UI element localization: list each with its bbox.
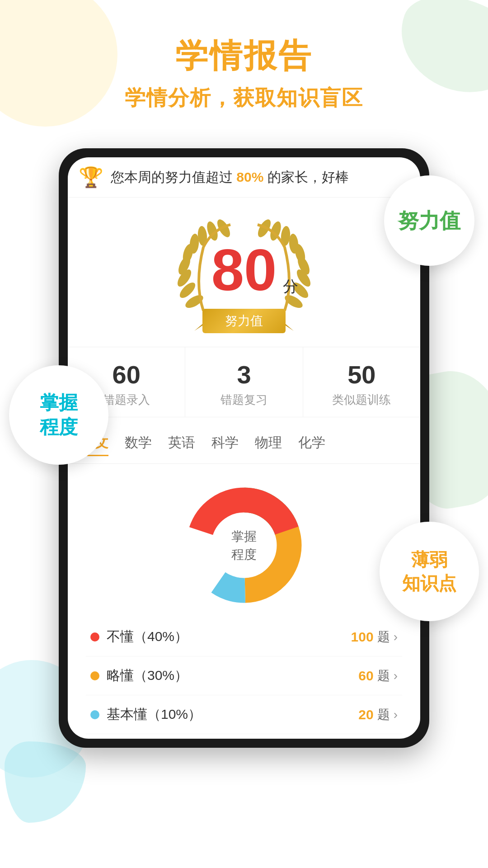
trophy-banner: 🏆 您本周的努力值超过 80% 的家长，好棒 [68,157,420,198]
donut-center-label: 掌握程度 [231,528,257,563]
subject-tab-5[interactable]: 化学 [298,434,325,456]
subject-tab-1[interactable]: 数学 [125,434,152,456]
score-unit: 分 [283,276,298,297]
legend-arrow-1: › [394,669,398,683]
legend-unit-2: 题 [377,706,390,723]
stat-label-0: 错题录入 [103,392,150,408]
badge-weak-knowledge: 薄弱知识点 [380,522,479,621]
badge-effort: 努力值 [384,175,474,266]
header: 学情报告 学情分析，获取知识盲区 [0,0,488,121]
subject-tabs[interactable]: 语文数学英语科学物理化学 [68,426,420,464]
subject-tab-2[interactable]: 英语 [168,434,195,456]
legend-item-1[interactable]: 略懂（30%） 60 题 › [86,656,402,695]
legend-count-2: 20 [358,707,373,722]
trophy-highlight: 80% [236,170,263,184]
page-subtitle: 学情分析，获取知识盲区 [0,84,488,112]
legend-right-1: 60 题 › [358,667,398,684]
legend-left-1: 略懂（30%） [90,666,188,685]
legend-list: 不懂（40%） 100 题 › 略懂（30%） 60 题 › 基本懂（10%） … [77,618,411,734]
stat-item-2: 50 类似题训练 [303,347,420,417]
legend-arrow-0: › [394,630,398,644]
page-title: 学情报告 [0,36,488,75]
bg-decoration-bottomleft2 [5,741,86,823]
legend-label-2: 基本懂（10%） [107,705,202,724]
legend-dot-1 [90,671,99,680]
legend-label-0: 不懂（40%） [107,627,188,646]
chart-section: 掌握程度 不懂（40%） 100 题 › 略懂（30%） 60 题 › 基本懂（… [68,464,420,739]
score-section: 80 分 努力值 [68,198,420,347]
donut-chart: 掌握程度 [176,477,312,613]
phone-screen: 🏆 您本周的努力值超过 80% 的家长，好棒 [68,157,420,739]
legend-left-2: 基本懂（10%） [90,705,202,724]
legend-count-1: 60 [358,668,373,684]
subject-tab-3[interactable]: 科学 [211,434,239,456]
legend-right-2: 20 题 › [358,706,398,723]
trophy-icon: 🏆 [79,165,103,189]
badge-mastery-text: 掌握程度 [40,391,78,440]
phone-wrapper: 努力值 掌握程度 薄弱知识点 🏆 您本周的努力值超过 80% 的家长，好棒 [59,148,429,748]
legend-left-0: 不懂（40%） [90,627,188,646]
badge-weak-text: 薄弱知识点 [402,548,456,595]
score-label-ribbon: 努力值 [202,309,286,333]
stats-row: 60 错题录入 3 错题复习 50 类似题训练 [68,347,420,417]
subject-tab-4[interactable]: 物理 [255,434,282,456]
laurel-wreath: 80 分 努力值 [167,211,321,338]
legend-unit-1: 题 [377,667,390,684]
stat-label-2: 类似题训练 [332,392,391,408]
legend-item-0[interactable]: 不懂（40%） 100 题 › [86,618,402,656]
badge-mastery: 掌握程度 [9,365,108,465]
legend-dot-0 [90,632,99,642]
legend-arrow-2: › [394,708,398,722]
legend-item-2[interactable]: 基本懂（10%） 20 题 › [86,695,402,734]
stat-number-2: 50 [347,360,375,389]
legend-count-0: 100 [351,629,374,645]
legend-right-0: 100 题 › [351,628,398,646]
phone-frame: 🏆 您本周的努力值超过 80% 的家长，好棒 [59,148,429,748]
stat-label-1: 错题复习 [221,392,267,408]
stat-number-0: 60 [113,360,141,389]
badge-effort-text: 努力值 [398,208,460,233]
legend-label-1: 略懂（30%） [107,666,188,685]
score-number: 80 [211,241,277,299]
legend-unit-0: 题 [377,628,390,646]
trophy-text: 您本周的努力值超过 80% 的家长，好棒 [111,168,349,187]
stat-number-1: 3 [237,360,251,389]
legend-dot-2 [90,710,99,719]
stat-item-1: 3 错题复习 [185,347,303,417]
